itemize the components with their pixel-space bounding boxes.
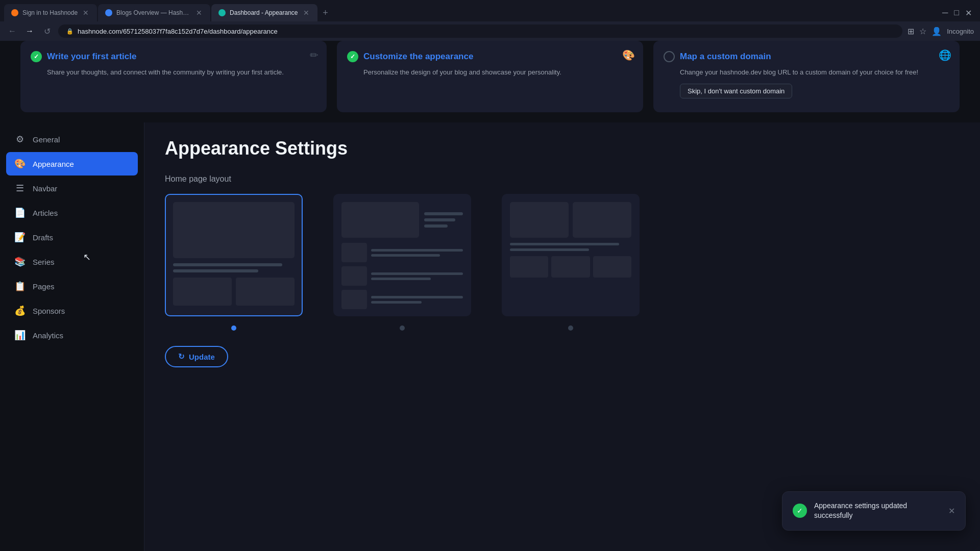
tab1-label: Sign in to Hashnode [22,9,78,16]
card-customize-appearance: 🎨 ✓ Customize the appearance Personalize… [337,41,643,112]
layout-preview-2 [333,194,471,316]
star-icon[interactable]: ☆ [919,27,926,36]
tab2-favicon [105,9,112,16]
layout-options [165,194,960,331]
layout-option-2[interactable] [333,194,471,331]
content-area: Appearance Settings Home page layout [144,122,980,551]
navbar-icon: ☰ [14,183,26,194]
tab2-label: Blogs Overview — Hashnode [116,9,191,16]
incognito-label: Incognito [947,28,974,35]
page-content: ✏ ✓ Write your first article Share your … [0,41,980,551]
pencil-icon: ✏ [310,49,318,61]
layout-preview-3 [502,194,640,316]
tab3-label: Dashboard - Appearance [230,9,298,16]
toast-success-icon: ✓ [793,504,807,518]
cards-section: ✏ ✓ Write your first article Share your … [0,41,980,122]
back-button[interactable]: ← [6,27,18,36]
sidebar-label-navbar: Navbar [33,184,57,193]
profile-icon[interactable]: 👤 [932,27,942,36]
tab2-close[interactable]: ✕ [195,8,203,18]
sidebar-item-pages[interactable]: 📋 Pages [6,274,138,298]
section-label: Home page layout [165,174,960,184]
sidebar-label-series: Series [33,258,55,266]
layout-preview-1 [165,194,303,316]
refresh-icon: ↻ [178,352,185,361]
sidebar-label-sponsors: Sponsors [33,307,65,315]
toast-message: Appearance settings updated successfully [814,501,941,521]
sidebar-item-sponsors[interactable]: 💰 Sponsors [6,299,138,322]
tab1-favicon [11,9,18,16]
series-icon: 📚 [14,256,26,267]
globe-icon: 🌐 [939,49,951,61]
layout-dot-3 [568,325,573,331]
card-write-article: ✏ ✓ Write your first article Share your … [20,41,327,112]
sidebar-label-appearance: Appearance [33,160,74,168]
analytics-icon: 📊 [14,330,26,341]
skip-domain-button[interactable]: Skip, I don't want custom domain [680,84,792,98]
card2-title: ✓ Customize the appearance [347,51,633,62]
tab-bar: Sign in to Hashnode ✕ Blogs Overview — H… [0,0,980,21]
tab-sign-in[interactable]: Sign in to Hashnode ✕ [4,4,97,21]
tab3-favicon [218,9,226,16]
layout-option-3[interactable] [502,194,640,331]
check-icon-2: ✓ [347,51,358,62]
sidebar-label-drafts: Drafts [33,233,53,242]
browser-chrome: Sign in to Hashnode ✕ Blogs Overview — H… [0,0,980,41]
sidebar-item-navbar[interactable]: ☰ Navbar [6,177,138,200]
page-title: Appearance Settings [165,138,960,159]
minimize-button[interactable]: ─ [942,8,948,17]
layout-dot-2 [400,325,405,331]
articles-icon: 📄 [14,207,26,218]
tab3-close[interactable]: ✕ [302,8,310,18]
appearance-icon: 🎨 [14,158,26,169]
layout-option-1[interactable] [165,194,303,331]
card1-text: Share your thoughts, and connect with th… [31,67,316,78]
toast-close-button[interactable]: ✕ [948,506,955,516]
sponsors-icon: 💰 [14,305,26,316]
card1-title: ✓ Write your first article [31,51,316,62]
sidebar-item-analytics[interactable]: 📊 Analytics [6,323,138,347]
main-layout: ⚙ General 🎨 Appearance ☰ Navbar 📄 Articl… [0,122,980,551]
lock-icon: 🔒 [66,28,74,35]
address-bar[interactable]: 🔒 hashnode.com/6571258037f7fa8c152d7d7e/… [58,24,902,38]
refresh-button[interactable]: ↺ [41,27,53,36]
sidebar-item-general[interactable]: ⚙ General [6,128,138,151]
card-custom-domain: 🌐 Map a custom domain Change your hashno… [653,41,960,112]
forward-button[interactable]: → [23,27,36,36]
sidebar-item-series[interactable]: 📚 Series [6,250,138,273]
extensions-icon[interactable]: ⊞ [908,27,914,36]
new-tab-button[interactable]: + [318,6,333,20]
check-placeholder-3 [664,51,675,62]
card3-title: Map a custom domain [664,51,949,62]
palette-icon: 🎨 [622,49,635,61]
tab1-close[interactable]: ✕ [82,8,90,18]
sidebar-label-pages: Pages [33,282,55,291]
layout-dot-1 [231,325,236,331]
update-label: Update [189,353,215,361]
sidebar: ⚙ General 🎨 Appearance ☰ Navbar 📄 Articl… [0,122,144,551]
toast-notification: ✓ Appearance settings updated successful… [782,491,966,531]
sidebar-label-general: General [33,135,60,144]
sidebar-item-drafts[interactable]: 📝 Drafts [6,226,138,249]
sidebar-item-articles[interactable]: 📄 Articles [6,201,138,224]
check-icon-1: ✓ [31,51,42,62]
gear-icon: ⚙ [14,134,26,145]
sidebar-label-articles: Articles [33,209,58,217]
card2-text: Personalize the design of your blog and … [347,67,633,78]
window-controls: ─ □ ✕ [942,8,972,18]
address-text: hashnode.com/6571258037f7fa8c152d7d7e/da… [78,28,278,35]
card3-text: Change your hashnode.dev blog URL to a c… [664,67,949,78]
sidebar-item-appearance[interactable]: 🎨 Appearance [6,152,138,176]
tab-blogs-overview[interactable]: Blogs Overview — Hashnode ✕ [98,4,210,21]
sidebar-label-analytics: Analytics [33,331,63,340]
maximize-button[interactable]: □ [954,8,959,17]
address-bar-row: ← → ↺ 🔒 hashnode.com/6571258037f7fa8c152… [0,21,980,41]
update-button[interactable]: ↻ Update [165,346,228,367]
drafts-icon: 📝 [14,232,26,243]
pages-icon: 📋 [14,281,26,292]
browser-actions: ⊞ ☆ 👤 Incognito [908,27,974,36]
close-button[interactable]: ✕ [965,8,972,18]
tab-dashboard-appearance[interactable]: Dashboard - Appearance ✕ [211,4,317,21]
